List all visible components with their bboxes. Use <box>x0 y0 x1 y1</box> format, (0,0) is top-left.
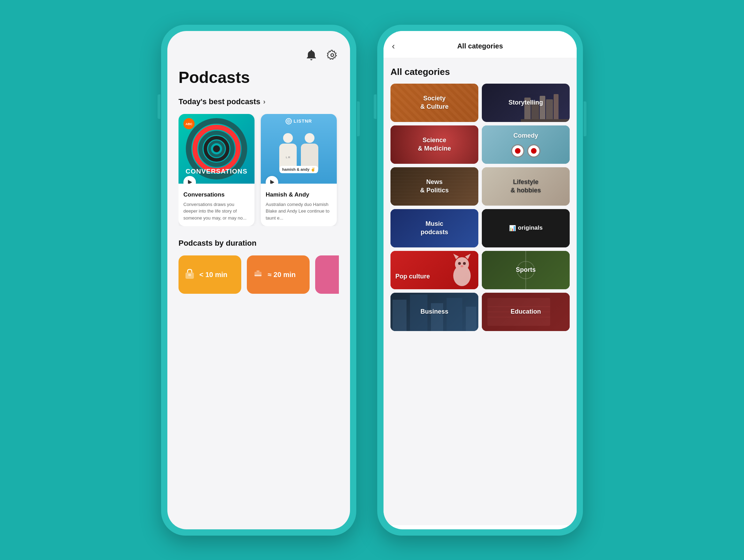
svg-rect-13 <box>188 274 191 276</box>
category-society[interactable]: Society& Culture <box>390 84 478 122</box>
podcast-desc-conversations: Conversations draws you deeper into the … <box>183 201 250 222</box>
chevron-right-icon[interactable]: › <box>263 98 266 106</box>
duration-label-10: < 10 min <box>199 271 228 279</box>
duration-card-10[interactable]: < 10 min <box>179 255 241 294</box>
svg-text:ABC: ABC <box>185 122 192 126</box>
right-phone: ‹ All categories All categories Society&… <box>377 25 583 536</box>
notification-icon[interactable] <box>305 48 318 62</box>
right-nav: ‹ All categories <box>384 31 577 58</box>
svg-point-0 <box>331 54 334 56</box>
duration-card-partial[interactable] <box>315 255 339 294</box>
cat-label-lifestyle: Lifestyle& hobbies <box>510 178 541 194</box>
cat-label-science: Science& Medicine <box>418 136 451 153</box>
svg-point-27 <box>461 265 463 267</box>
right-screen: ‹ All categories All categories Society&… <box>384 31 577 529</box>
svg-point-8 <box>213 145 220 152</box>
podcast-name-conversations: Conversations <box>183 191 250 198</box>
cat-label-news: News& Politics <box>420 178 449 194</box>
originals-bars-icon: 📊 <box>509 225 516 231</box>
categories-grid: Society& Culture <box>390 84 570 331</box>
podcast-card-conversations[interactable]: ABC CON <box>179 114 255 227</box>
listnr-logo: LISTNR <box>286 118 312 124</box>
cat-label-music: Musicpodcasts <box>420 220 448 236</box>
svg-rect-31 <box>393 300 407 331</box>
category-science[interactable]: Science& Medicine <box>390 125 478 164</box>
duration-label: Podcasts by duration <box>179 239 257 248</box>
settings-icon[interactable] <box>326 48 339 62</box>
podcast-desc-hamish: Australian comedy duo Hamish Blake and A… <box>266 201 332 222</box>
category-originals[interactable]: 📊 originals <box>482 209 570 247</box>
bag-icon <box>183 268 196 280</box>
cat-label-society: Society& Culture <box>420 94 449 111</box>
category-lifestyle[interactable]: Lifestyle& hobbies <box>482 167 570 206</box>
cat-label-sports: Sports <box>516 266 536 274</box>
svg-point-11 <box>288 121 289 122</box>
podcast-name-hamish: Hamish & Andy <box>266 191 332 198</box>
cat-label-popculture: Pop culture <box>395 273 430 281</box>
todays-best-label: Today's best podcasts <box>179 97 260 106</box>
svg-point-26 <box>463 262 466 265</box>
category-education[interactable]: Education <box>482 293 570 331</box>
category-storytelling[interactable]: Storytelling <box>482 84 570 122</box>
categories-content: All categories Society& Culture <box>384 58 577 525</box>
tool-icon <box>252 268 264 280</box>
category-business[interactable]: Business <box>390 293 478 331</box>
svg-rect-33 <box>431 303 443 331</box>
cat-label-storytelling: Storytelling <box>508 99 543 107</box>
svg-point-22 <box>455 257 469 271</box>
back-button[interactable]: ‹ <box>392 41 395 52</box>
left-phone: Podcasts Today's best podcasts › ABC <box>161 25 356 536</box>
duration-heading: Podcasts by duration <box>179 239 339 248</box>
cat-label-originals: originals <box>518 224 543 232</box>
todays-best-heading: Today's best podcasts › <box>179 97 339 106</box>
svg-rect-35 <box>466 307 476 331</box>
svg-point-25 <box>458 262 461 265</box>
category-music[interactable]: Musicpodcasts <box>390 209 478 247</box>
nav-title: All categories <box>457 42 503 50</box>
hamish-badge: hamish & andy ✌ <box>279 166 318 173</box>
cat-graphic <box>450 253 474 288</box>
category-news[interactable]: News& Politics <box>390 167 478 206</box>
cat-label-business: Business <box>420 308 448 316</box>
duration-cards: < 10 min ≈ 20 min <box>179 255 339 294</box>
categories-heading: All categories <box>390 67 570 77</box>
duration-label-20: ≈ 20 min <box>268 271 296 279</box>
left-header <box>179 48 339 62</box>
svg-rect-20 <box>521 119 570 122</box>
left-screen: Podcasts Today's best podcasts › ABC <box>167 31 350 529</box>
svg-rect-14 <box>255 272 261 277</box>
podcast-card-hamish[interactable]: LISTNR L R <box>261 114 337 227</box>
svg-rect-34 <box>447 298 462 331</box>
conversations-title-overlay: CONVERSATIONS <box>185 168 247 175</box>
category-popculture[interactable]: Pop culture <box>390 251 478 289</box>
duration-card-20[interactable]: ≈ 20 min <box>247 255 310 294</box>
category-sports[interactable]: Sports <box>482 251 570 289</box>
svg-rect-18 <box>546 99 553 120</box>
svg-rect-19 <box>554 94 559 120</box>
cat-label-education: Education <box>510 308 541 316</box>
abc-logo: ABC <box>183 118 195 129</box>
page-title: Podcasts <box>179 68 339 87</box>
category-comedy[interactable]: Comedy <box>482 125 570 164</box>
podcast-scroll: ABC CON <box>179 114 339 227</box>
cat-label-comedy: Comedy <box>513 132 538 140</box>
